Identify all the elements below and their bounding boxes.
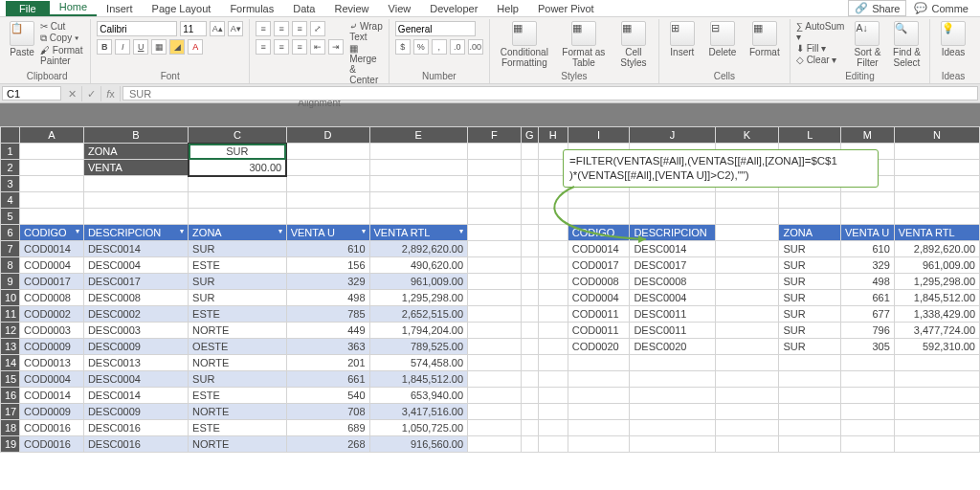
italic-button[interactable]: I bbox=[115, 39, 130, 55]
cell-M18[interactable] bbox=[841, 420, 895, 436]
cell-H12[interactable] bbox=[538, 323, 568, 339]
share-button[interactable]: 🔗 Share bbox=[848, 0, 906, 16]
cell-F9[interactable] bbox=[468, 274, 522, 290]
cell-D9[interactable]: 329 bbox=[286, 274, 369, 290]
cell-E11[interactable]: 2,652,515.00 bbox=[369, 306, 468, 323]
cell-H9[interactable] bbox=[538, 274, 568, 290]
cell-A7[interactable]: COD0014 bbox=[20, 241, 84, 257]
cell-D17[interactable]: 708 bbox=[286, 404, 369, 420]
cell-G4[interactable] bbox=[521, 192, 538, 209]
paste-icon[interactable]: 📋 bbox=[10, 21, 34, 46]
cell-G5[interactable] bbox=[521, 209, 538, 225]
cell-L16[interactable] bbox=[779, 388, 841, 404]
cell-N5[interactable] bbox=[894, 209, 979, 225]
cell-K7[interactable] bbox=[715, 241, 779, 257]
insert-function-icon[interactable]: fx bbox=[101, 86, 121, 101]
fill-color-button[interactable]: ◢ bbox=[169, 39, 185, 55]
cell-J16[interactable] bbox=[630, 388, 715, 404]
number-format-select[interactable] bbox=[395, 21, 476, 36]
cell-C10[interactable]: SUR bbox=[189, 290, 287, 306]
cell-B3[interactable] bbox=[83, 176, 188, 192]
cell-L10[interactable]: SUR bbox=[779, 290, 841, 306]
currency-icon[interactable]: $ bbox=[395, 39, 411, 55]
copy-button[interactable]: ⧉ Copy ▾ bbox=[40, 33, 84, 44]
row-13[interactable]: 13COD0009DESC0009OESTE363789,525.00COD00… bbox=[1, 339, 980, 355]
tab-review[interactable]: Review bbox=[324, 1, 378, 16]
increase-decimal-icon[interactable]: .0 bbox=[450, 39, 465, 55]
cell-H6[interactable] bbox=[538, 225, 568, 241]
cell-N8[interactable]: 961,009.00 bbox=[894, 257, 979, 274]
indent-decrease-icon[interactable]: ⇤ bbox=[310, 39, 325, 55]
ideas-icon[interactable]: 💡 bbox=[941, 21, 966, 46]
align-bottom-icon[interactable]: ≡ bbox=[292, 21, 307, 36]
underline-button[interactable]: U bbox=[133, 39, 148, 55]
cell-I16[interactable] bbox=[568, 388, 630, 404]
tab-view[interactable]: View bbox=[379, 1, 421, 16]
cell-K5[interactable] bbox=[715, 209, 779, 225]
cell-D7[interactable]: 610 bbox=[286, 241, 369, 257]
cell-A17[interactable]: COD0009 bbox=[20, 404, 84, 420]
cell-L18[interactable] bbox=[779, 420, 841, 436]
cell-A5[interactable] bbox=[20, 209, 84, 225]
cell-C9[interactable]: SUR bbox=[189, 274, 287, 290]
cell-H15[interactable] bbox=[538, 371, 568, 388]
cell-K16[interactable] bbox=[715, 388, 779, 404]
cell-F13[interactable] bbox=[468, 339, 522, 355]
cell-E5[interactable] bbox=[369, 209, 468, 225]
cell-G1[interactable] bbox=[521, 144, 538, 160]
cell-H14[interactable] bbox=[538, 355, 568, 371]
cell-M14[interactable] bbox=[841, 355, 895, 371]
font-size-select[interactable] bbox=[180, 21, 207, 36]
row-6[interactable]: 6CODIGO ▾DESCRIPCION ▾ZONA ▾VENTA U ▾VEN… bbox=[1, 225, 980, 241]
insert-cells-icon[interactable]: ⊞ bbox=[670, 21, 695, 46]
cell-D2[interactable] bbox=[286, 160, 369, 176]
cell-H16[interactable] bbox=[538, 388, 568, 404]
row-12[interactable]: 12COD0003DESC0003NORTE4491,794,204.00COD… bbox=[1, 323, 980, 339]
cell-N11[interactable]: 1,338,429.00 bbox=[894, 306, 979, 323]
cell-G11[interactable] bbox=[521, 306, 538, 323]
align-center-icon[interactable]: ≡ bbox=[274, 39, 289, 55]
cell-N2[interactable] bbox=[894, 160, 979, 176]
cell-G15[interactable] bbox=[521, 371, 538, 388]
cell-K13[interactable] bbox=[715, 339, 779, 355]
cell-L17[interactable] bbox=[779, 404, 841, 420]
cell-D19[interactable]: 268 bbox=[286, 436, 369, 453]
cell-I12[interactable]: COD0011 bbox=[568, 323, 630, 339]
tab-developer[interactable]: Developer bbox=[420, 1, 487, 16]
sort-filter-icon[interactable]: A↓ bbox=[855, 21, 880, 46]
cell-B4[interactable] bbox=[83, 192, 188, 209]
cell-C8[interactable]: ESTE bbox=[189, 257, 287, 274]
cell-A11[interactable]: COD0002 bbox=[20, 306, 84, 323]
cell-G17[interactable] bbox=[521, 404, 538, 420]
cell-C17[interactable]: NORTE bbox=[189, 404, 287, 420]
comments-button[interactable]: 💬 Comme bbox=[908, 1, 974, 15]
cell-C2[interactable]: 300.00 bbox=[189, 160, 287, 176]
cell-M11[interactable]: 677 bbox=[841, 306, 895, 323]
worksheet[interactable]: =FILTER(VENTAS[#All],(VENTAS[[#All],[ZON… bbox=[0, 126, 980, 490]
cell-C11[interactable]: ESTE bbox=[189, 306, 287, 323]
cell-N3[interactable] bbox=[894, 176, 979, 192]
row-19[interactable]: 19COD0016DESC0016NORTE268916,560.00 bbox=[1, 436, 980, 453]
cell-M15[interactable] bbox=[841, 371, 895, 388]
cell-J5[interactable] bbox=[630, 209, 715, 225]
cell-J7[interactable]: DESC0014 bbox=[630, 241, 715, 257]
cell-G12[interactable] bbox=[521, 323, 538, 339]
cell-F16[interactable] bbox=[468, 388, 522, 404]
cell-I8[interactable]: COD0017 bbox=[568, 257, 630, 274]
cell-I7[interactable]: COD0014 bbox=[568, 241, 630, 257]
cell-I4[interactable] bbox=[568, 192, 630, 209]
row-8[interactable]: 8COD0004DESC0004ESTE156490,620.00COD0017… bbox=[1, 257, 980, 274]
cell-C12[interactable]: NORTE bbox=[189, 323, 287, 339]
cell-M19[interactable] bbox=[841, 436, 895, 453]
cell-G3[interactable] bbox=[521, 176, 538, 192]
tab-help[interactable]: Help bbox=[487, 1, 528, 16]
find-select-icon[interactable]: 🔍 bbox=[894, 21, 919, 46]
cell-F19[interactable] bbox=[468, 436, 522, 453]
tab-data[interactable]: Data bbox=[283, 1, 324, 16]
cell-E7[interactable]: 2,892,620.00 bbox=[369, 241, 468, 257]
cell-N10[interactable]: 1,845,512.00 bbox=[894, 290, 979, 306]
cell-M7[interactable]: 610 bbox=[841, 241, 895, 257]
cell-C3[interactable] bbox=[189, 176, 287, 192]
font-name-select[interactable] bbox=[97, 21, 177, 36]
cell-A8[interactable]: COD0004 bbox=[20, 257, 84, 274]
